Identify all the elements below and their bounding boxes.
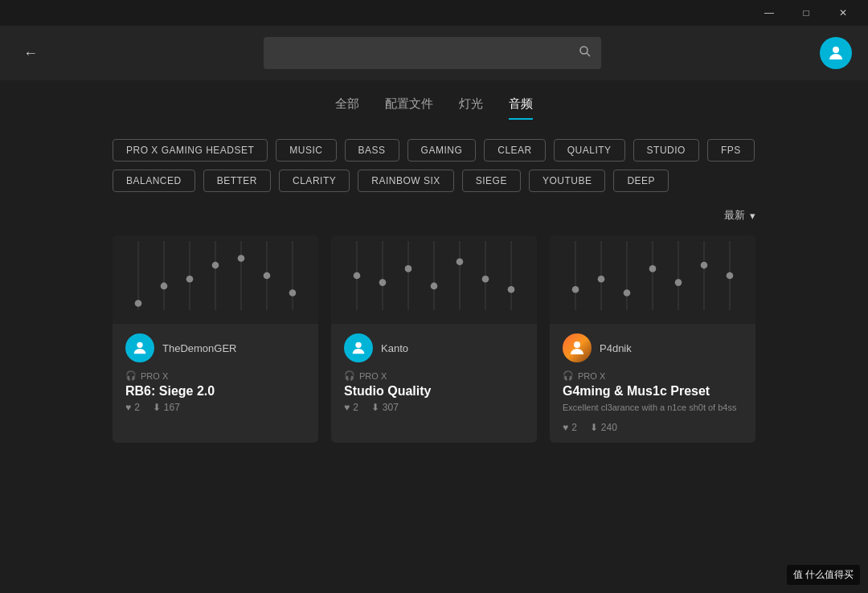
tag-quality[interactable]: QUALITY [554,139,625,162]
svg-point-5 [135,300,142,307]
svg-point-39 [598,276,605,283]
minimize-button[interactable]: — [751,0,788,26]
card-likes-2: ♥ 2 [563,422,577,433]
card-title-1: Studio Quality [344,384,524,399]
card-avatar-0 [125,333,154,362]
title-bar: — □ ✕ [0,0,868,26]
card-stats-0: ♥ 2 ⬇ 167 [125,402,305,413]
svg-point-13 [238,255,245,262]
tag-pro-x-gaming-headset[interactable]: PRO X GAMING HEADSET [113,139,268,162]
card-body-0: TheDemonGER 🎧 PRO X RB6: Siege 2.0 ♥ 2 ⬇… [113,324,318,423]
search-container [45,37,820,69]
search-icon [579,45,592,61]
svg-point-17 [289,289,297,296]
card-likes-0: ♥ 2 [125,402,140,413]
downloads-count-1: 307 [383,402,399,413]
card-username-0: TheDemonGER [162,342,236,354]
card-body-2: P4dnik 🎧 PRO X G4ming & Mus1c Preset Exc… [550,324,755,443]
tag-gaming[interactable]: GAMING [407,139,477,162]
svg-point-2 [833,47,839,53]
card-1[interactable]: Kanto 🎧 PRO X Studio Quality ♥ 2 ⬇ 307 [331,235,537,443]
svg-point-41 [624,289,631,296]
svg-point-45 [675,279,682,286]
card-likes-1: ♥ 2 [344,402,358,413]
card-downloads-0: ⬇ 167 [153,402,180,413]
svg-point-11 [212,262,219,269]
likes-count-2: 2 [571,422,577,433]
card-2[interactable]: P4dnik 🎧 PRO X G4ming & Mus1c Preset Exc… [550,235,755,443]
card-user-0: TheDemonGER [125,333,305,362]
card-title-0: RB6: Siege 2.0 [125,384,305,399]
svg-line-1 [587,53,590,56]
tag-youtube[interactable]: YOUTUBE [529,170,606,192]
svg-point-9 [186,276,194,283]
svg-point-7 [161,283,168,290]
tag-rainbow-six[interactable]: RAINBOW SIX [358,170,454,192]
svg-point-37 [572,286,579,293]
eq-visual-0 [113,235,318,324]
heart-icon-0: ♥ [125,402,131,413]
svg-point-50 [574,341,580,348]
card-stats-1: ♥ 2 ⬇ 307 [344,402,524,413]
card-device-1: 🎧 PRO X [344,370,524,381]
tabs-container: 全部 配置文件 灯光 音频 [0,96,868,120]
card-downloads-2: ⬇ 240 [590,422,617,433]
tag-clarity[interactable]: CLARITY [279,170,350,192]
maximize-button[interactable]: □ [788,0,825,26]
tag-clear[interactable]: CLEAR [484,139,546,162]
card-body-1: Kanto 🎧 PRO X Studio Quality ♥ 2 ⬇ 307 [331,324,537,423]
svg-point-47 [701,262,708,269]
card-stats-2: ♥ 2 ⬇ 240 [563,422,743,433]
svg-point-43 [649,265,657,272]
tab-all[interactable]: 全部 [335,96,359,120]
watermark: 值 什么值得买 [787,565,860,585]
tab-audio[interactable]: 音频 [509,96,533,120]
card-device-label-0: PRO X [141,371,168,381]
headphone-icon-1: 🎧 [344,370,355,381]
close-button[interactable]: ✕ [825,0,862,26]
download-icon-1: ⬇ [371,402,379,413]
tag-deep[interactable]: DEEP [613,170,669,192]
svg-point-34 [355,342,361,348]
headphone-icon-2: 🎧 [563,370,574,381]
tab-profile[interactable]: 配置文件 [385,96,433,120]
heart-icon-2: ♥ [563,422,568,433]
likes-count-0: 2 [134,402,140,413]
tag-bass[interactable]: BASS [345,139,399,162]
tag-siege[interactable]: SIEGE [462,170,521,192]
card-avatar-2 [563,333,592,362]
search-bar [264,37,601,69]
download-icon-0: ⬇ [153,402,161,413]
tags-container: PRO X GAMING HEADSETMUSICBASSGAMINGCLEAR… [0,139,868,192]
back-button[interactable]: ← [16,39,45,67]
user-avatar[interactable] [820,37,852,69]
card-avatar-1 [344,333,373,362]
tag-music[interactable]: MUSIC [276,139,336,162]
search-input[interactable] [273,47,572,59]
card-user-1: Kanto [344,333,524,362]
card-device-2: 🎧 PRO X [563,370,743,381]
card-user-2: P4dnik [563,333,743,362]
sort-chevron-icon: ▾ [750,210,755,222]
tab-lighting[interactable]: 灯光 [459,96,483,120]
svg-point-31 [482,276,489,283]
tag-balanced[interactable]: BALANCED [113,170,195,192]
card-device-label-2: PRO X [578,371,605,381]
eq-visual-2 [550,235,755,324]
card-0[interactable]: TheDemonGER 🎧 PRO X RB6: Siege 2.0 ♥ 2 ⬇… [113,235,318,443]
svg-point-33 [508,286,515,293]
headphone-icon-0: 🎧 [125,370,137,381]
card-device-label-1: PRO X [359,371,387,381]
svg-point-0 [580,47,588,54]
card-username-2: P4dnik [600,342,632,354]
tag-fps[interactable]: FPS [707,139,755,162]
svg-point-25 [405,265,412,272]
window-controls: — □ ✕ [751,0,862,26]
likes-count-1: 2 [353,402,358,413]
tag-better[interactable]: BETTER [203,170,271,192]
svg-point-27 [431,283,438,290]
tag-studio[interactable]: STUDIO [633,139,699,162]
card-desc-2: Excellent cl3arance with a n1ce sh0t of … [563,402,743,414]
downloads-count-2: 240 [601,422,617,433]
sort-bar[interactable]: 最新 ▾ [0,208,868,223]
